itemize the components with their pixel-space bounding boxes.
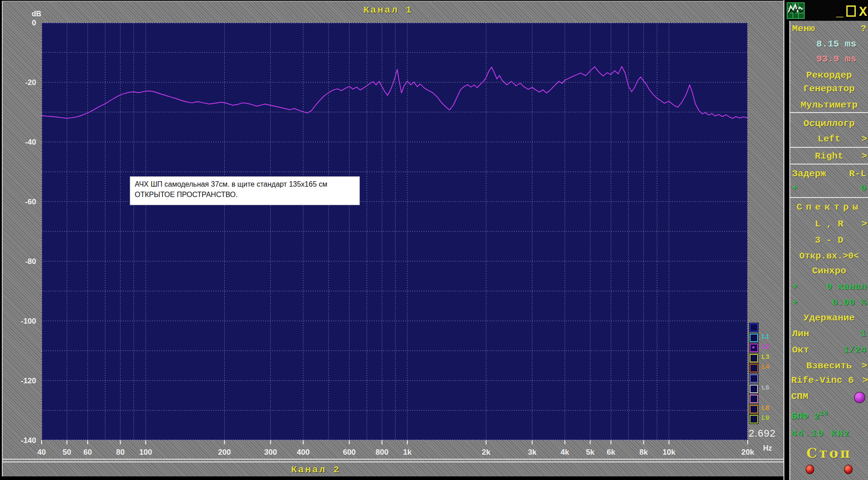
spectrum-plot[interactable]: 405060801002003004006008001k2k3k4k5k6k8k… xyxy=(42,23,748,440)
legend-checkbox[interactable] xyxy=(750,323,758,332)
fft-label: БПФ 2 xyxy=(791,411,820,422)
chevron-right-icon: > xyxy=(861,361,867,371)
main-chart-area: Канал 1 dB Hz 40506080100200300400600800… xyxy=(0,0,785,480)
left-level-led xyxy=(806,465,814,474)
hold-button[interactable]: Удержание xyxy=(790,313,868,325)
left-channel-button[interactable]: Left > xyxy=(790,134,868,146)
maximize-button[interactable] xyxy=(846,5,856,17)
legend-checkbox[interactable] xyxy=(750,334,758,342)
generator-button[interactable]: Генератор xyxy=(790,84,868,96)
status-leds-row xyxy=(790,465,868,477)
channel1-title: Канал 1 xyxy=(363,5,413,15)
x-tick-label: 3k xyxy=(528,448,537,456)
spm-button[interactable]: СПМ xyxy=(791,391,808,402)
right-label: Right xyxy=(815,151,843,161)
weighting-button[interactable]: Взвесить > xyxy=(790,361,868,373)
spm-row: СПМ xyxy=(790,391,868,404)
divider xyxy=(790,147,868,148)
legend-item xyxy=(750,323,786,333)
trace-legend: L1L2L3L4L6L8L9 xyxy=(750,323,786,425)
octave-label: Окт xyxy=(792,345,809,357)
legend-item: L9 xyxy=(750,414,786,425)
chevron-right-icon: > xyxy=(861,219,867,229)
stop-button[interactable]: Стоп xyxy=(790,445,868,457)
x-tick-label: 80 xyxy=(116,448,125,456)
x-tick-label: 60 xyxy=(83,448,92,456)
octave-row[interactable]: Окт 1/24 xyxy=(790,345,868,357)
y-tick-label: -140 xyxy=(21,436,36,445)
x-tick-label: 600 xyxy=(343,448,355,456)
window-controls: _X xyxy=(836,5,867,20)
legend-item: L1 xyxy=(750,333,786,344)
time-value-1: 8.15 ms xyxy=(790,39,868,51)
fft-exponent: 14 xyxy=(820,410,828,418)
delay-rl-label: R-L xyxy=(849,169,866,181)
annotation-line1: АЧХ ШП самодельная 37см. в щите стандарт… xyxy=(135,179,355,189)
help-button[interactable]: ? xyxy=(860,24,866,36)
lr-spectra-button[interactable]: L , R > xyxy=(790,219,868,231)
x-tick-label: 40 xyxy=(38,448,46,456)
menu-button[interactable]: Меню xyxy=(792,24,815,36)
legend-checkbox[interactable] xyxy=(750,415,758,424)
legend-checkbox-dot xyxy=(752,346,755,348)
lin-row[interactable]: Лин 1 xyxy=(790,329,868,341)
legend-checkbox[interactable] xyxy=(750,385,758,393)
legend-checkbox[interactable] xyxy=(750,405,758,414)
legend-checkbox[interactable] xyxy=(750,354,758,362)
sync-channel-row[interactable]: + 0 канал xyxy=(790,282,868,294)
y-tick-label: -120 xyxy=(21,376,36,385)
x-axis-unit-label: Hz xyxy=(763,444,772,452)
x-tick-label: 6k xyxy=(607,448,615,456)
bottom-bar xyxy=(2,476,787,480)
spm-led-indicator[interactable] xyxy=(854,392,865,403)
3d-button[interactable]: 3 - D xyxy=(790,235,868,247)
sample-rate-value: 44.10 kHz xyxy=(790,428,868,441)
control-panel: _X Меню ? 8.15 ms 93.9 ms Рекордер Генер… xyxy=(790,0,868,480)
x-tick-label: 400 xyxy=(297,448,310,456)
sync-percent-value: 0.00 % xyxy=(832,297,866,310)
sync-button[interactable]: Синхро xyxy=(790,266,868,278)
legend-item: L3 xyxy=(750,353,786,364)
bottom-divider xyxy=(3,459,785,462)
delay-row: Задерж R-L xyxy=(790,169,868,181)
legend-label: L4 xyxy=(761,363,769,371)
app-icon[interactable] xyxy=(787,2,805,19)
legend-checkbox[interactable] xyxy=(750,395,758,403)
channel2-title: Канал 2 xyxy=(291,465,340,475)
legend-checkbox[interactable] xyxy=(750,364,758,372)
annotation-box[interactable]: АЧХ ШП самодельная 37см. в щите стандарт… xyxy=(130,176,360,205)
minimize-button[interactable]: _ xyxy=(836,6,843,19)
recorder-button[interactable]: Рекордер xyxy=(790,70,868,82)
sync-channel-plus-button[interactable]: + xyxy=(792,282,798,294)
delay-label: Задерж xyxy=(792,169,826,181)
spectra-button[interactable]: Спектры xyxy=(790,202,868,214)
y-tick-label: -60 xyxy=(25,198,36,206)
legend-label: L3 xyxy=(761,353,769,361)
lin-label: Лин xyxy=(792,329,809,341)
legend-checkbox[interactable] xyxy=(750,344,758,352)
chevron-right-icon: > xyxy=(862,375,868,386)
spectrum-plot-canvas[interactable]: 405060801002003004006008001k2k3k4k5k6k8k… xyxy=(42,23,748,440)
sync-percent-plus-button[interactable]: + xyxy=(792,297,798,310)
oscillograph-button[interactable]: Осциллогр xyxy=(790,118,868,131)
legend-label: L6 xyxy=(761,384,769,392)
multimeter-button[interactable]: Мультиметр xyxy=(790,100,868,112)
right-channel-button[interactable]: Right > xyxy=(790,151,868,163)
legend-label: L2 xyxy=(761,343,769,351)
close-button[interactable]: X xyxy=(859,5,867,20)
legend-checkbox[interactable] xyxy=(750,374,758,383)
delay-value-row[interactable]: + 0 xyxy=(790,183,868,195)
x-tick-label: 50 xyxy=(63,448,71,456)
legend-item xyxy=(750,374,786,384)
octave-value: 1/24 xyxy=(844,345,866,357)
left-label: Left xyxy=(818,134,840,144)
rife-vincent-button[interactable]: Rife-Vinc 6 > xyxy=(790,375,868,387)
x-tick-label: 4k xyxy=(561,448,569,456)
divider xyxy=(790,197,868,198)
y-tick-label: -20 xyxy=(25,78,36,87)
delay-plus-button[interactable]: + xyxy=(792,183,798,195)
sync-percent-row[interactable]: + 0.00 % xyxy=(790,297,868,310)
fft-row[interactable]: БПФ 214 xyxy=(790,410,868,422)
open-input-button[interactable]: Откр.вх.>0< xyxy=(790,251,868,263)
x-tick-label: 1k xyxy=(403,448,412,456)
